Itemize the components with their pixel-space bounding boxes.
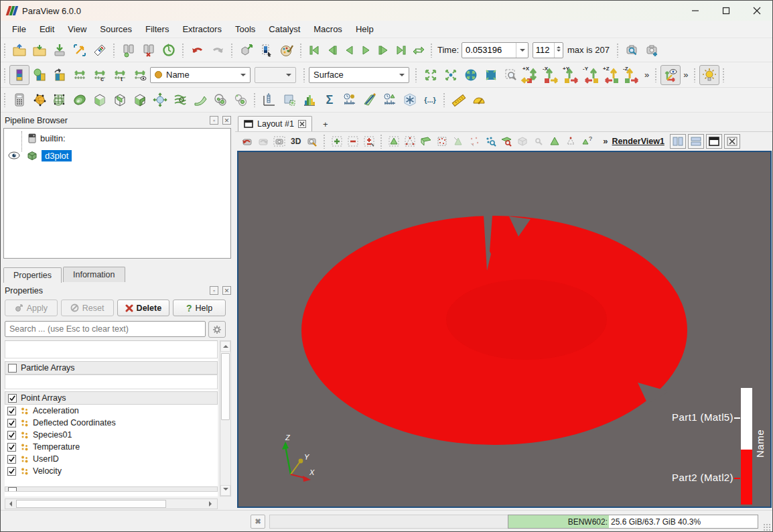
connect-server-button[interactable] xyxy=(119,40,139,60)
help-button[interactable]: ? Help xyxy=(173,300,226,316)
plot-over-line-button[interactable] xyxy=(360,90,380,110)
select-block-button[interactable] xyxy=(547,133,563,149)
rescale-to-temporal-range-button[interactable]: t xyxy=(110,65,130,85)
toolbar-grip[interactable] xyxy=(182,43,185,58)
zoom-to-data-button[interactable] xyxy=(441,65,461,85)
toolbar-grip[interactable] xyxy=(722,68,725,82)
select-points-through-button[interactable] xyxy=(434,133,450,149)
clip-filter-button[interactable] xyxy=(50,90,70,110)
toolbar-grip[interactable] xyxy=(3,43,7,58)
representation-combo[interactable]: Surface xyxy=(309,67,409,83)
toolbar-grip[interactable] xyxy=(3,92,7,107)
ruler-button[interactable] xyxy=(449,90,469,110)
glyph-source-button[interactable] xyxy=(236,40,257,60)
delete-button[interactable]: Delete xyxy=(117,300,170,316)
zoom-to-box-button[interactable] xyxy=(501,65,521,85)
set-view-plus-y-button[interactable]: +Y xyxy=(561,65,581,85)
toolbar-overflow-button[interactable]: » xyxy=(681,70,691,80)
close-view-button[interactable] xyxy=(724,134,740,149)
zoom-to-selection-camera-button[interactable] xyxy=(622,40,642,60)
stream-tracer-filter-button[interactable] xyxy=(170,90,190,110)
tab-information[interactable]: Information xyxy=(63,267,125,282)
menu-help[interactable]: Help xyxy=(350,22,380,36)
toolbar-grip[interactable] xyxy=(299,43,303,58)
float-panel-icon[interactable]: ▫ xyxy=(210,116,218,125)
array-checkbox[interactable] xyxy=(7,419,16,427)
group-datasets-filter-button[interactable] xyxy=(210,90,230,110)
point-arrays-checkbox[interactable] xyxy=(8,394,17,403)
toolbar-grip[interactable] xyxy=(654,68,658,82)
rescale-to-visible-range-button[interactable] xyxy=(130,65,150,85)
visibility-eye-icon[interactable] xyxy=(8,151,20,160)
close-button[interactable] xyxy=(742,1,772,21)
set-view-plus-x-button[interactable]: +X xyxy=(521,65,541,85)
render-viewport[interactable]: Z Y X Part1 (Matl5) Part2 (Matl2) Name xyxy=(237,151,772,508)
reset-camera-closest-button[interactable] xyxy=(461,65,481,85)
extract-selection-button[interactable] xyxy=(279,90,299,110)
toolbar-grip[interactable] xyxy=(443,92,446,107)
menu-catalyst[interactable]: Catalyst xyxy=(263,22,306,36)
search-options-button[interactable] xyxy=(208,321,226,338)
menu-view[interactable]: View xyxy=(62,22,92,36)
point-array-row[interactable]: UserID xyxy=(5,453,218,465)
array-checkbox[interactable] xyxy=(7,443,16,452)
select-cells-through-button[interactable] xyxy=(418,133,434,149)
set-solid-color-button[interactable] xyxy=(29,65,50,85)
save-file-button[interactable] xyxy=(29,40,50,60)
zoom-closest-to-data-button[interactable] xyxy=(481,65,501,85)
toolbar-grip[interactable] xyxy=(616,43,620,58)
loop-button[interactable] xyxy=(410,42,427,59)
reset-button[interactable]: Reset xyxy=(61,300,114,316)
toolbar-grip[interactable] xyxy=(253,92,257,107)
point-arrays-header[interactable]: Point Arrays xyxy=(5,391,218,405)
pipeline-item-builtin[interactable]: builtin: xyxy=(4,131,230,145)
camera-undo-button[interactable] xyxy=(239,133,255,149)
new-layout-tab-button[interactable]: + xyxy=(315,117,336,131)
menu-sources[interactable]: Sources xyxy=(94,22,138,36)
pipeline-item-d3plot[interactable]: d3plot xyxy=(4,149,230,162)
threshold-filter-button[interactable] xyxy=(90,90,110,110)
add-selection-button[interactable] xyxy=(329,133,345,149)
open-file-button[interactable] xyxy=(9,40,29,60)
menu-extractors[interactable]: Extractors xyxy=(176,22,228,36)
time-dropdown-arrow-icon[interactable] xyxy=(516,43,528,58)
point-array-row[interactable]: Velocity xyxy=(5,465,218,477)
color-array-combo[interactable]: Name xyxy=(150,67,251,83)
select-cells-on-button[interactable] xyxy=(386,133,402,149)
time-value-combo[interactable] xyxy=(462,42,529,58)
render-toolbar-overflow[interactable]: » xyxy=(600,136,610,146)
interactive-select-points-button[interactable] xyxy=(498,133,514,149)
close-panel-icon[interactable]: ✕ xyxy=(222,116,231,125)
toolbar-grip[interactable] xyxy=(693,68,697,82)
scroll-down-button[interactable] xyxy=(220,485,230,496)
colormap-editor-button[interactable] xyxy=(9,65,29,85)
next-frame-button[interactable] xyxy=(375,42,393,59)
last-frame-button[interactable] xyxy=(393,42,410,59)
split-horizontal-button[interactable] xyxy=(670,134,686,149)
extract-block-filter-button[interactable] xyxy=(230,90,251,110)
apply-button[interactable]: Apply xyxy=(5,300,58,316)
toolbar-grip[interactable] xyxy=(415,68,418,82)
scroll-left-button[interactable] xyxy=(5,499,16,509)
maximize-button[interactable] xyxy=(711,1,742,21)
frame-spinbox[interactable] xyxy=(533,42,563,58)
scrollbar-thumb[interactable] xyxy=(16,500,166,508)
color-palette-button[interactable] xyxy=(277,40,297,60)
menu-file[interactable]: File xyxy=(6,22,32,36)
warp-by-vector-filter-button[interactable] xyxy=(190,90,210,110)
select-block-points-button[interactable] xyxy=(563,133,579,149)
load-state-button[interactable] xyxy=(70,40,90,60)
glyph-filter-button[interactable] xyxy=(150,90,170,110)
array-checkbox[interactable] xyxy=(7,467,16,476)
particle-arrays-header[interactable]: Particle Arrays xyxy=(5,361,218,375)
light-toggle-button[interactable] xyxy=(699,65,719,85)
maximize-view-button[interactable] xyxy=(706,134,722,149)
float-panel-icon[interactable]: ▫ xyxy=(210,286,218,295)
menu-tools[interactable]: Tools xyxy=(229,22,261,36)
set-view-minus-y-button[interactable]: -Y xyxy=(581,65,602,85)
disconnect-server-button[interactable] xyxy=(139,40,159,60)
scroll-up-button[interactable] xyxy=(220,341,230,352)
menu-edit[interactable]: Edit xyxy=(33,22,60,36)
pipeline-item-label[interactable]: d3plot xyxy=(42,150,72,161)
layout-tab[interactable]: Layout #1 xyxy=(238,116,312,131)
